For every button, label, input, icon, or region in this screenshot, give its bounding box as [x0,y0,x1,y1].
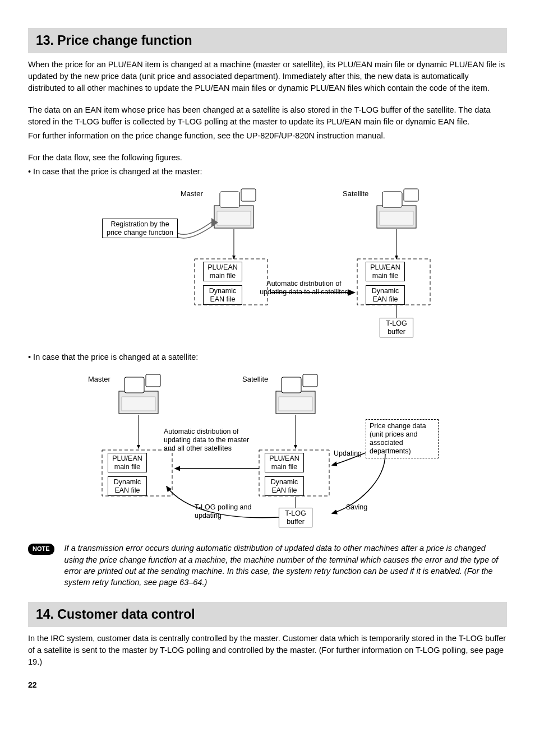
diag2-satellite-label: Satellite [242,375,268,384]
svg-rect-1 [220,192,239,207]
diag1-tlog: T-LOG buffer [380,318,413,337]
svg-rect-2 [241,189,256,201]
svg-rect-20 [282,377,301,393]
diag2-sat-plu: PLU/EAN main file [265,453,304,472]
diag2-updating-label: Updating [334,449,362,457]
diag1-auto-dist: Automatic distribution of updating data … [256,280,352,296]
diagram-satellite-change: Master Satellite PLU/EAN main file Dynam… [54,369,481,531]
diag1-reg-callout: Registration by the price change functio… [102,219,178,238]
section-13-bullet1: • In case that the price is changed at t… [28,166,507,178]
section-13-p2: The data on an EAN item whose price has … [28,104,507,128]
note-text: If a transmission error occurs during au… [64,542,507,588]
svg-rect-5 [382,192,402,207]
svg-rect-3 [217,211,251,225]
section-13-p4: For the data flow, see the following fig… [28,152,507,164]
diag2-master-plu: PLU/EAN main file [108,453,147,472]
diag2-master-dyn: Dynamic EAN file [108,476,147,496]
diag1-master-dyn: Dynamic EAN file [203,285,242,305]
svg-rect-22 [279,397,312,411]
diagram-master-change: Master Satellite Registration by the pri… [71,183,464,340]
section-13-bullet2: • In case that the price is changed at a… [28,351,507,363]
diag1-master-label: Master [181,190,203,198]
diag2-tlog-poll: T-LOG polling and updating [195,503,262,520]
section-13-p3: For further information on the price cha… [28,130,507,142]
diag2-saving-label: Saving [346,503,367,511]
section-14-p1: In the IRC system, customer data is cent… [28,633,507,668]
svg-rect-17 [146,374,160,387]
note-badge: NOTE [28,544,54,555]
page-number: 22 [28,679,507,690]
svg-rect-21 [303,374,317,387]
svg-rect-18 [122,397,155,411]
diag2-auto-dist: Automatic distribution of updating data … [164,428,253,453]
svg-rect-7 [380,211,413,225]
note-block: NOTE If a transmission error occurs duri… [28,542,507,588]
diag1-satellite-label: Satellite [343,190,368,198]
section-13-p1: When the price for an PLU/EAN item is ch… [28,59,507,94]
diag1-sat-plu: PLU/EAN main file [366,262,405,281]
diag2-tlog: T-LOG buffer [279,508,312,527]
svg-rect-6 [404,189,418,201]
svg-rect-16 [124,377,144,393]
diag1-sat-dyn: Dynamic EAN file [366,285,405,305]
section-13-heading: 13. Price change function [28,28,507,53]
diag2-master-label: Master [88,375,110,384]
diag1-master-plu: PLU/EAN main file [203,262,242,281]
diag2-price-change: Price change data (unit prices and assoc… [366,419,439,458]
diag2-sat-dyn: Dynamic EAN file [265,476,304,496]
section-14-heading: 14. Customer data control [28,602,507,627]
